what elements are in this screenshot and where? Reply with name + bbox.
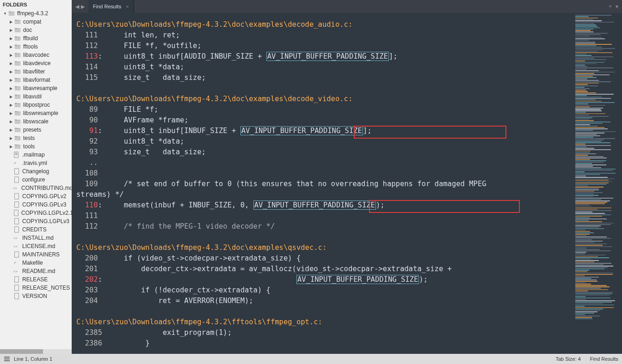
expand-icon[interactable]: ▶ (8, 95, 14, 99)
file-label: VERSION (22, 293, 47, 299)
code-line[interactable]: 112 /* find the MPEG-1 video decoder */ (76, 221, 573, 232)
folder-item[interactable]: ▶libswresample (0, 109, 72, 117)
folder-item[interactable]: ▶doc (0, 26, 72, 34)
expand-icon[interactable]: ▶ (8, 20, 14, 24)
minimap[interactable] (573, 13, 622, 354)
svg-text:<>: <> (13, 236, 18, 240)
file-item[interactable]: /*.travis.yml (0, 159, 72, 167)
folder-item[interactable]: ▶libavfilter (0, 67, 72, 76)
file-item[interactable]: <>CONTRIBUTING.md (0, 184, 72, 192)
file-path[interactable]: C:\Users\zuo\Downloads\ffmpeg-4.3.2\doc\… (76, 19, 573, 30)
file-item[interactable]: <>LICENSE.md (0, 242, 72, 250)
expand-icon[interactable]: ▶ (8, 53, 14, 57)
folder-item[interactable]: ▶fftools (0, 42, 72, 51)
file-path[interactable]: C:\Users\zuo\Downloads\ffmpeg-4.3.2\doc\… (76, 243, 573, 253)
expand-icon[interactable]: ▶ (8, 120, 14, 124)
svg-rect-9 (15, 202, 19, 207)
file-item[interactable]: RELEASE_NOTES (0, 284, 72, 292)
code-line[interactable]: 200 if (video_st->codecpar->extradata_si… (76, 253, 573, 264)
file-path[interactable]: C:\Users\zuo\Downloads\ffmpeg-4.3.2\doc\… (76, 94, 573, 104)
code-line[interactable]: 91: uint8_t inbuf[INBUF_SIZE + AV_INPUT_… (76, 126, 573, 136)
expand-icon[interactable]: ▶ (8, 86, 14, 91)
file-item[interactable]: COPYING.GPLv2 (0, 192, 72, 200)
expand-icon[interactable]: ▶ (8, 28, 14, 32)
code-pane[interactable]: C:\Users\zuo\Downloads\ffmpeg-4.3.2\doc\… (72, 13, 573, 354)
expand-icon[interactable]: ▶ (8, 103, 14, 107)
root-folder[interactable]: ▼ ffmpeg-4.3.2 (0, 9, 72, 18)
folder-item[interactable]: ▶libavresample (0, 84, 72, 92)
code-line[interactable]: 93 size_t data_size; (76, 147, 573, 158)
code-line[interactable]: 2385 exit_program(1); (76, 328, 573, 338)
folder-item[interactable]: ▶presets (0, 126, 72, 134)
cursor-pos[interactable]: Line 1, Column 1 (14, 356, 52, 362)
code-line[interactable]: 110: memset(inbuf + INBUF_SIZE, 0, AV_IN… (76, 200, 573, 211)
tab-menu-icon[interactable]: ▾ (616, 3, 618, 10)
folder-item[interactable]: ▶libavdevice (0, 59, 72, 67)
code-line[interactable]: 89 FILE *f; (76, 104, 573, 115)
file-item[interactable]: MAINTAINERS (0, 250, 72, 259)
file-item[interactable]: CREDITS (0, 225, 72, 234)
code-line[interactable]: 90 AVFrame *frame; (76, 115, 573, 126)
expand-icon[interactable]: ▶ (8, 78, 14, 82)
new-tab-icon[interactable]: + (609, 3, 612, 10)
expand-icon[interactable]: ▶ (8, 61, 14, 66)
expand-icon[interactable]: ▶ (8, 70, 14, 74)
folder-item[interactable]: ▶tools (0, 142, 72, 151)
folder-item[interactable]: ▶compat (0, 18, 72, 26)
close-icon[interactable]: × (126, 4, 129, 9)
folder-item[interactable]: ▶libswscale (0, 117, 72, 126)
code-line[interactable]: 201 decoder_ctx->extradata = av_mallocz(… (76, 264, 573, 274)
folder-item[interactable]: ▶libpostproc (0, 101, 72, 109)
code-line[interactable]: 112 FILE *f, *outfile; (76, 41, 573, 51)
file-item[interactable]: <>README.md (0, 267, 72, 275)
sidebar-hscrollbar[interactable] (0, 349, 72, 354)
file-path[interactable]: C:\Users\zuo\Downloads\ffmpeg-4.3.2\ffto… (76, 317, 573, 328)
nav-forward-icon[interactable]: ▶ (81, 4, 85, 10)
collapse-icon[interactable]: ▼ (2, 12, 8, 16)
file-item[interactable]: COPYING.GPLv3 (0, 200, 72, 209)
folder-item[interactable]: ▶libavutil (0, 92, 72, 101)
svg-text:<>: <> (13, 269, 18, 273)
file-item[interactable]: COPYING.LGPLv3 (0, 217, 72, 225)
search-match: AV_INPUT_BUFFER_PADDING_SIZE (266, 52, 389, 61)
file-item[interactable]: Changelog (0, 167, 72, 176)
file-icon (13, 251, 20, 258)
expand-icon[interactable]: ▶ (8, 128, 14, 132)
folder-item[interactable]: ▶ffbuild (0, 34, 72, 42)
code-line[interactable]: 111 (76, 211, 573, 221)
file-item[interactable]: configure (0, 176, 72, 184)
code-line[interactable]: 115 size_t data_size; (76, 73, 573, 83)
code-line[interactable]: 202: AV_INPUT_BUFFER_PADDING_SIZE); (76, 274, 573, 285)
expand-icon[interactable]: ▶ (8, 136, 14, 140)
folder-item[interactable]: ▶libavcodec (0, 51, 72, 59)
file-item[interactable]: <>INSTALL.md (0, 234, 72, 242)
code-line[interactable]: 108 (76, 168, 573, 179)
svg-text:/*: /* (14, 161, 16, 165)
code-line[interactable]: 92 uint8_t *data; (76, 136, 573, 147)
expand-icon[interactable]: ▶ (8, 45, 14, 49)
expand-icon[interactable]: ▶ (8, 145, 14, 149)
folder-item[interactable]: ▶tests (0, 134, 72, 142)
code-line[interactable]: 109 /* set end of buffer to 0 (this ensu… (76, 179, 573, 189)
folder-item[interactable]: ▶libavformat (0, 76, 72, 84)
file-item[interactable]: COPYING.LGPLv2.1 (0, 209, 72, 217)
tab-find-results[interactable]: Find Results × (88, 0, 134, 13)
nav-back-icon[interactable]: ◀ (75, 4, 79, 10)
file-item[interactable]: /*Makefile (0, 259, 72, 267)
code-line[interactable]: 111 int len, ret; (76, 30, 573, 41)
code-line[interactable]: 113: uint8_t inbuf[AUDIO_INBUF_SIZE + AV… (76, 51, 573, 62)
tab-size[interactable]: Tab Size: 4 (555, 356, 580, 362)
code-line[interactable]: 204 ret = AVERROR(ENOMEM); (76, 296, 573, 306)
code-line[interactable]: 114 uint8_t *data; (76, 62, 573, 73)
expand-icon[interactable]: ▶ (8, 111, 14, 115)
code-line[interactable]: 2386 } (76, 338, 573, 349)
expand-icon[interactable]: ▶ (8, 36, 14, 41)
file-item[interactable]: VERSION (0, 292, 72, 300)
syntax[interactable]: Find Results (590, 356, 618, 362)
menu-icon[interactable] (4, 356, 10, 362)
code-line[interactable]: 203 if (!decoder_ctx->extradata) { (76, 285, 573, 296)
code-line[interactable]: .. (76, 158, 573, 168)
folder-tree[interactable]: ▼ ffmpeg-4.3.2 ▶compat▶doc▶ffbuild▶fftoo… (0, 9, 72, 349)
file-item[interactable]: RELEASE (0, 275, 72, 284)
file-item[interactable]: .mailmap (0, 151, 72, 159)
